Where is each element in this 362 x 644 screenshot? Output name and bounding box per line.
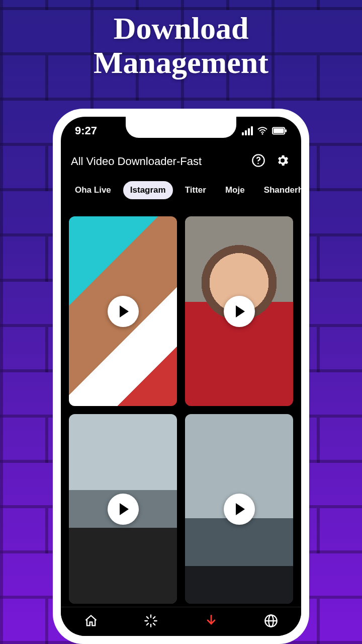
- video-grid: [69, 216, 293, 604]
- wifi-icon: [257, 126, 268, 135]
- help-button[interactable]: [250, 153, 267, 170]
- hero-line-2: Management: [0, 45, 362, 79]
- spinner-icon: [144, 614, 158, 630]
- play-icon: [224, 494, 255, 525]
- svg-line-13: [153, 616, 155, 618]
- download-arrow-icon: [204, 614, 218, 630]
- settings-button[interactable]: [274, 153, 291, 170]
- nav-progress[interactable]: [140, 611, 162, 633]
- tab-istagram[interactable]: Istagram: [123, 181, 173, 199]
- video-card[interactable]: [185, 216, 293, 406]
- phone-notch: [126, 117, 236, 138]
- hero-title: Download Management: [0, 11, 362, 79]
- play-icon: [108, 494, 139, 525]
- phone-frame: 9:27 All Video Downloader-Fast: [53, 109, 309, 644]
- help-circle-icon: [251, 153, 265, 170]
- tab-titter[interactable]: Titter: [178, 181, 213, 199]
- tab-shanderhat[interactable]: Shanderhat: [257, 181, 301, 199]
- video-card[interactable]: [69, 414, 177, 604]
- play-icon: [224, 296, 255, 327]
- phone-screen: 9:27 All Video Downloader-Fast: [61, 117, 301, 636]
- gear-icon: [276, 153, 290, 170]
- nav-web[interactable]: [260, 611, 282, 633]
- cellular-signal-icon: [242, 126, 253, 135]
- hero-line-1: Download: [0, 11, 362, 45]
- bottom-nav: [61, 607, 301, 636]
- play-icon: [108, 296, 139, 327]
- video-card[interactable]: [69, 216, 177, 406]
- video-card[interactable]: [185, 414, 293, 604]
- globe-icon: [264, 614, 278, 630]
- nav-home[interactable]: [80, 611, 102, 633]
- svg-line-9: [153, 623, 155, 624]
- svg-point-0: [262, 133, 263, 135]
- home-icon: [84, 614, 98, 630]
- svg-rect-2: [274, 128, 284, 133]
- svg-point-5: [257, 163, 259, 165]
- svg-rect-3: [285, 129, 287, 132]
- app-header: All Video Downloader-Fast: [61, 153, 301, 170]
- source-tabs: Oha LiveIstagramTitterMojeShanderhat: [61, 181, 301, 199]
- battery-icon: [272, 127, 287, 135]
- status-time: 9:27: [75, 124, 97, 137]
- svg-line-12: [147, 623, 148, 624]
- status-indicators: [242, 126, 287, 135]
- svg-line-8: [147, 616, 148, 618]
- nav-download[interactable]: [200, 611, 222, 633]
- app-title: All Video Downloader-Fast: [71, 155, 243, 168]
- tab-oha-live[interactable]: Oha Live: [68, 181, 118, 199]
- tab-moje[interactable]: Moje: [218, 181, 252, 199]
